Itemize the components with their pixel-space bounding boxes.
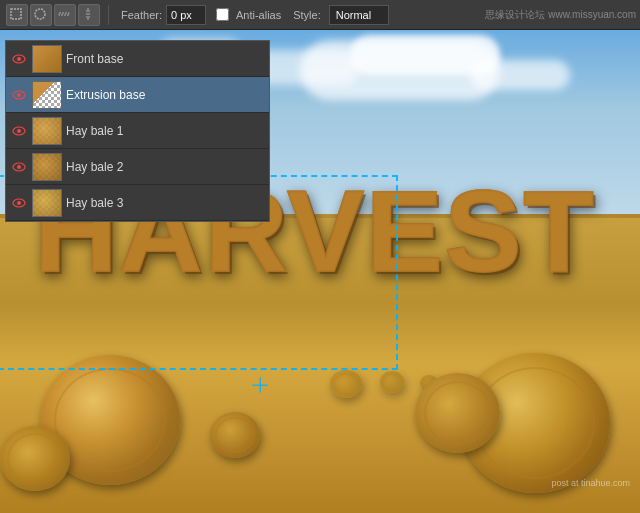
- layer-thumb-4: [32, 189, 62, 217]
- selection-tools: [6, 4, 100, 26]
- layer-name-3: Hay bale 2: [66, 160, 265, 174]
- layers-panel: Front base Extrusion base: [5, 40, 270, 222]
- eye-icon-1[interactable]: [10, 86, 28, 104]
- eye-icon-4[interactable]: [10, 194, 28, 212]
- svg-point-7: [17, 57, 21, 61]
- layer-thumb-0: [32, 45, 62, 73]
- layer-row-4[interactable]: Hay bale 3: [6, 185, 269, 221]
- layer-row-0[interactable]: Front base: [6, 41, 269, 77]
- eye-icon-3[interactable]: [10, 158, 28, 176]
- hay-bale-left-small: [0, 426, 70, 491]
- eye-icon-2[interactable]: [10, 122, 28, 140]
- cloud-4: [470, 60, 570, 90]
- top-toolbar: Feather: Anti-alias Style: Normal 思缘设计论坛…: [0, 0, 640, 30]
- feather-label: Feather:: [121, 9, 162, 21]
- layer-thumb-3: [32, 153, 62, 181]
- copyright: post at tinahue.com: [551, 478, 630, 488]
- svg-point-13: [17, 165, 21, 169]
- antialias-group: Anti-alias: [216, 8, 281, 21]
- separator-1: [108, 5, 109, 25]
- svg-rect-3: [87, 9, 89, 19]
- layer-name-4: Hay bale 3: [66, 196, 265, 210]
- ellipse-select-tool[interactable]: [30, 4, 52, 26]
- single-row-tool[interactable]: [54, 4, 76, 26]
- layer-row-2[interactable]: Hay bale 1: [6, 113, 269, 149]
- style-label: Style:: [293, 9, 321, 21]
- main-area: HARVEST post at tinahue.com: [0, 30, 640, 513]
- hay-bale-far-2: [380, 371, 404, 393]
- eye-icon-0[interactable]: [10, 50, 28, 68]
- layer-name-1: Extrusion base: [66, 88, 265, 102]
- layer-row-1[interactable]: Extrusion base: [6, 77, 269, 113]
- svg-point-15: [17, 201, 21, 205]
- hay-bale-right-medium: [415, 373, 500, 453]
- feather-input[interactable]: [166, 5, 206, 25]
- svg-point-1: [35, 9, 45, 19]
- style-dropdown[interactable]: Normal: [329, 5, 389, 25]
- svg-point-11: [17, 129, 21, 133]
- antialias-label: Anti-alias: [236, 9, 281, 21]
- antialias-checkbox[interactable]: [216, 8, 229, 21]
- svg-rect-2: [59, 13, 69, 15]
- layer-name-0: Front base: [66, 52, 265, 66]
- single-col-tool[interactable]: [78, 4, 100, 26]
- layer-row-3[interactable]: Hay bale 2: [6, 149, 269, 185]
- rect-select-tool[interactable]: [6, 4, 28, 26]
- svg-point-9: [17, 93, 21, 97]
- watermark: 思缘设计论坛 www.missyuan.com: [485, 8, 636, 22]
- svg-rect-0: [11, 9, 21, 19]
- hay-bale-center-small: [210, 412, 260, 458]
- hay-bale-far-1: [330, 370, 362, 398]
- layer-thumb-1: [32, 81, 62, 109]
- layer-thumb-2: [32, 117, 62, 145]
- layer-name-2: Hay bale 1: [66, 124, 265, 138]
